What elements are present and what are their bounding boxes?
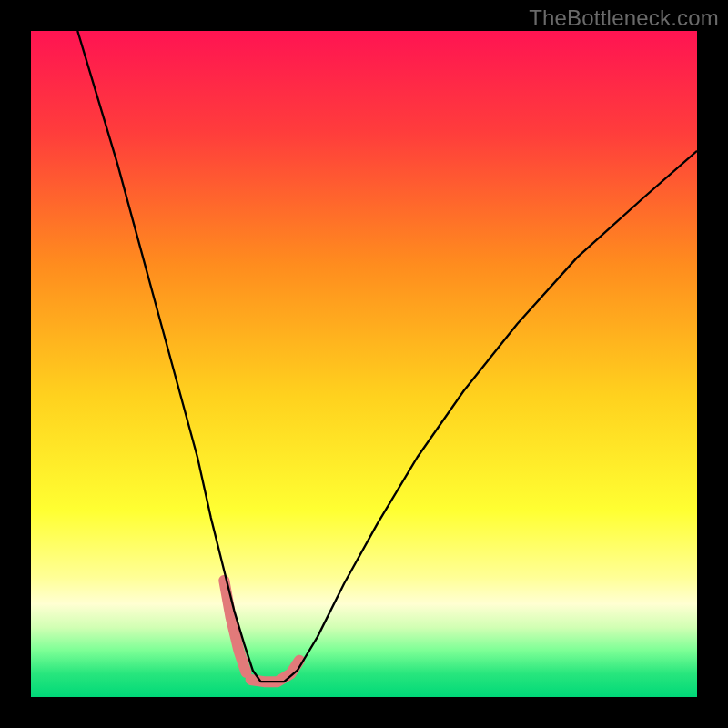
chart-frame: TheBottleneck.com [0, 0, 728, 728]
plot-area [31, 31, 697, 697]
watermark-text: TheBottleneck.com [529, 5, 719, 31]
highlight-left [224, 581, 246, 672]
bottleneck-curve [77, 31, 697, 682]
curves-layer [31, 31, 697, 697]
